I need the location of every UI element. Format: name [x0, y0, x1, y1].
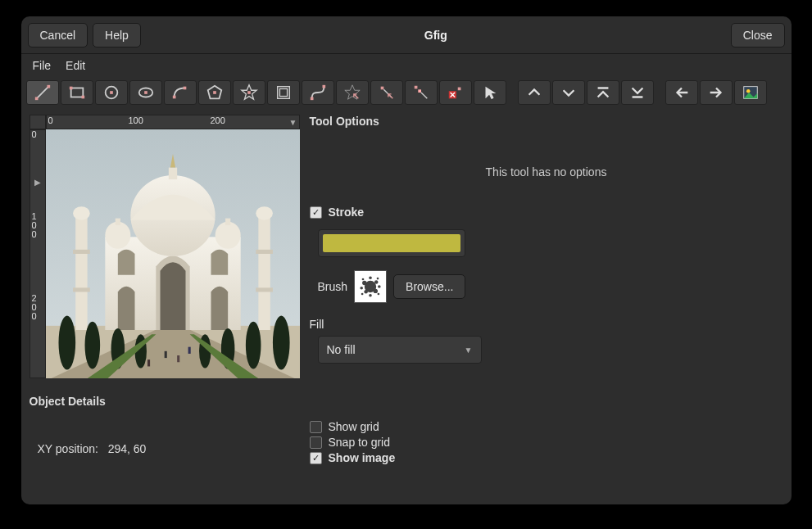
svg-point-59 [245, 322, 261, 369]
snap-grid-label: Snap to grid [329, 436, 391, 449]
svg-point-75 [369, 294, 372, 297]
tool-next[interactable] [700, 80, 733, 105]
svg-rect-1 [34, 97, 38, 101]
tool-move-point[interactable] [370, 80, 403, 105]
ellipse-icon [137, 84, 155, 102]
svg-rect-44 [225, 219, 230, 225]
copy-icon [412, 84, 430, 102]
tool-delete[interactable] [439, 80, 472, 105]
xy-value: 294, 60 [108, 442, 147, 455]
svg-rect-48 [73, 287, 90, 292]
svg-point-78 [361, 293, 364, 296]
top-icon [594, 84, 612, 102]
svg-rect-63 [164, 351, 166, 358]
svg-point-68 [362, 281, 366, 285]
svg-rect-49 [258, 216, 270, 331]
ruler-marker-icon: ▶ [34, 178, 41, 187]
svg-rect-19 [322, 85, 325, 88]
fill-select[interactable]: No fill ▼ [318, 336, 482, 364]
tool-circle[interactable] [95, 80, 128, 105]
svg-marker-26 [485, 87, 496, 100]
ruler-horizontal[interactable]: 0 100 200 ▼ [46, 115, 300, 129]
tool-bottom[interactable] [621, 80, 654, 105]
snap-grid-checkbox[interactable] [310, 436, 322, 449]
brush-preview[interactable] [354, 270, 387, 303]
tool-select[interactable] [474, 80, 506, 105]
arrow-right-icon [707, 84, 725, 102]
bottom-icon [628, 84, 646, 102]
show-grid-label: Show grid [329, 420, 379, 433]
gfig-window: Cancel Help Gfig Close File Edit [21, 16, 792, 504]
tool-spiral[interactable] [267, 80, 300, 105]
spiral-icon [274, 84, 293, 102]
svg-rect-52 [256, 287, 273, 292]
tool-star[interactable] [233, 80, 265, 105]
polygon-icon [206, 84, 224, 102]
ruler-v-tick: 100 [32, 212, 37, 239]
svg-rect-51 [256, 250, 273, 254]
object-details: Object Details XY position: 294, 60 [29, 395, 300, 455]
show-grid-checkbox[interactable] [310, 421, 322, 433]
svg-rect-9 [144, 91, 147, 94]
menu-edit[interactable]: Edit [66, 59, 85, 72]
brush-row: Brush Browse... [318, 270, 783, 303]
toolbar [21, 77, 792, 108]
ruler-vertical[interactable]: 0 100 200 ▶ [29, 129, 46, 378]
svg-rect-42 [115, 219, 120, 225]
titlebar: Cancel Help Gfig Close [21, 16, 792, 54]
svg-point-41 [105, 222, 130, 249]
stroke-checkbox[interactable]: ✓ [310, 206, 322, 219]
tool-top[interactable] [587, 80, 619, 105]
show-image-checkbox[interactable]: ✓ [310, 452, 322, 464]
tool-prev[interactable] [665, 80, 698, 105]
help-button[interactable]: Help [93, 23, 141, 47]
rectangle-icon [68, 84, 86, 102]
star-icon [240, 84, 258, 102]
svg-rect-5 [81, 96, 84, 99]
menu-file[interactable]: File [33, 59, 52, 72]
tool-ellipse[interactable] [129, 80, 162, 105]
tool-copy[interactable] [405, 80, 438, 105]
ruler-v-tick: 0 [32, 130, 37, 139]
svg-point-70 [364, 290, 368, 294]
pointer-icon [481, 84, 499, 102]
tool-show-all[interactable] [734, 80, 767, 105]
svg-rect-7 [110, 91, 113, 94]
svg-point-43 [215, 222, 240, 249]
svg-rect-17 [279, 88, 287, 96]
tool-arc[interactable] [164, 80, 197, 105]
canvas-area: 0 100 200 ▼ 0 100 200 ▶ [29, 115, 300, 378]
svg-rect-13 [213, 91, 216, 94]
svg-rect-4 [69, 87, 72, 90]
svg-point-50 [256, 206, 273, 220]
svg-point-72 [369, 276, 372, 279]
stroke-color-button[interactable] [318, 229, 465, 257]
ruler-h-tick: 0 [48, 115, 53, 125]
canvas-image[interactable] [46, 129, 300, 378]
tool-line[interactable] [26, 80, 59, 105]
svg-rect-10 [172, 96, 175, 99]
left-panel: 0 100 200 ▼ 0 100 200 ▶ [29, 115, 300, 498]
ruler-h-tick: 200 [211, 115, 225, 125]
svg-point-79 [378, 293, 380, 296]
tool-rectangle[interactable] [61, 80, 93, 105]
tool-bezier[interactable] [302, 80, 334, 105]
close-button[interactable]: Close [731, 23, 785, 47]
move-point-icon [378, 84, 396, 102]
line-icon [34, 84, 52, 102]
cancel-button[interactable]: Cancel [28, 23, 88, 47]
tool-lower[interactable] [552, 80, 585, 105]
browse-button[interactable]: Browse... [393, 274, 465, 299]
grid-options: Show grid Snap to grid ✓ Show image [310, 418, 783, 467]
tool-move-object[interactable] [336, 80, 369, 105]
image-icon [742, 84, 760, 102]
tool-polygon[interactable] [198, 80, 231, 105]
stroke-label: Stroke [329, 206, 365, 219]
delete-icon [447, 84, 465, 102]
xy-position-row: XY position: 294, 60 [38, 442, 300, 455]
svg-point-71 [374, 289, 378, 293]
tool-raise[interactable] [518, 80, 551, 105]
svg-rect-3 [70, 88, 83, 97]
svg-line-0 [36, 87, 48, 99]
object-details-title: Object Details [29, 395, 300, 408]
